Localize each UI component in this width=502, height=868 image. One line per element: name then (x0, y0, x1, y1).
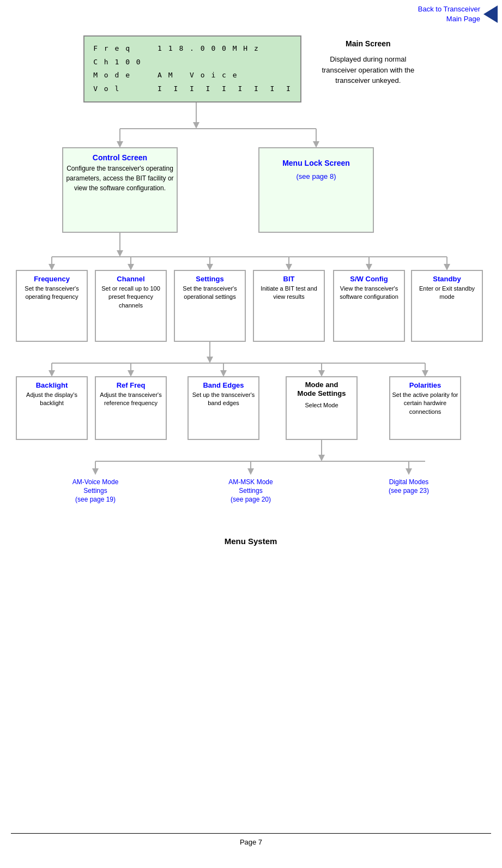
svg-text:AM-MSK Mode: AM-MSK Mode (228, 478, 273, 486)
svg-text:Settings: Settings (196, 275, 223, 283)
svg-marker-4 (117, 141, 123, 148)
back-arrow-icon (483, 5, 498, 23)
lcd-line2: C h 1 0 0 (93, 56, 292, 69)
lcd-line3: M o d e A M V o i c e (93, 69, 292, 82)
svg-marker-16 (49, 264, 55, 270)
svg-text:Frequency: Frequency (34, 275, 70, 283)
svg-text:(see page 23): (see page 23) (389, 487, 429, 495)
svg-marker-22 (286, 264, 292, 270)
svg-text:Channel: Channel (117, 275, 144, 283)
svg-text:Menu Lock Screen: Menu Lock Screen (282, 159, 350, 167)
main-screen-title: Main Screen (318, 38, 419, 50)
svg-text:Backlight: Backlight (36, 381, 68, 389)
main-screen-row: F r e q 1 1 8 . 0 0 0 M H z C h 1 0 0 M … (11, 35, 491, 103)
svg-text:AM-Voice Mode: AM-Voice Mode (72, 478, 119, 486)
svg-text:(see page 19): (see page 19) (75, 496, 116, 503)
svg-text:Control Screen: Control Screen (93, 153, 147, 162)
main-screen-description: Main Screen Displayed during normal tran… (318, 35, 419, 86)
svg-text:Ref Freq: Ref Freq (117, 381, 146, 389)
svg-text:(see page 8): (see page 8) (297, 172, 336, 180)
lcd-display: F r e q 1 1 8 . 0 0 0 M H z C h 1 0 0 M … (83, 35, 301, 103)
svg-marker-18 (128, 264, 134, 270)
lcd-line1: F r e q 1 1 8 . 0 0 0 M H z (93, 42, 292, 56)
svg-marker-20 (207, 264, 213, 270)
svg-marker-51 (422, 370, 428, 377)
main-screen-desc-text: Displayed during normal transceiver oper… (322, 55, 414, 85)
svg-text:Band Edges: Band Edges (203, 381, 244, 389)
svg-marker-47 (220, 370, 227, 377)
svg-marker-69 (247, 468, 254, 475)
svg-marker-1 (193, 122, 199, 129)
lcd-line4: V o l I I I I I I I I I (93, 82, 292, 96)
back-link-container[interactable]: Back to Transceiver Main Page (418, 4, 498, 24)
svg-text:(see page 20): (see page 20) (231, 496, 271, 503)
svg-text:Mode and: Mode and (305, 381, 338, 389)
svg-marker-43 (49, 370, 55, 377)
svg-marker-71 (406, 468, 412, 475)
svg-marker-64 (318, 455, 325, 461)
svg-marker-67 (92, 468, 99, 475)
page-number: Page 7 (240, 838, 262, 846)
svg-text:Settings: Settings (239, 487, 262, 495)
svg-marker-45 (128, 370, 134, 377)
svg-marker-24 (366, 264, 372, 270)
svg-marker-49 (318, 370, 325, 377)
svg-text:Mode Settings: Mode Settings (298, 389, 346, 397)
svg-text:Digital Modes: Digital Modes (389, 478, 429, 486)
svg-text:BIT: BIT (283, 275, 295, 283)
svg-marker-6 (313, 141, 319, 148)
svg-text:Menu System: Menu System (225, 537, 277, 546)
svg-marker-40 (207, 357, 213, 363)
svg-marker-13 (117, 250, 123, 257)
svg-text:Polarities: Polarities (409, 381, 441, 389)
back-link-text[interactable]: Back to Transceiver Main Page (418, 4, 480, 24)
diagram-svg: Control Screen Configure the transceiver… (11, 103, 491, 828)
svg-marker-26 (444, 264, 450, 270)
page-footer: Page 7 (11, 833, 491, 846)
svg-text:Settings: Settings (83, 487, 107, 495)
svg-text:S/W Config: S/W Config (350, 275, 388, 283)
svg-text:Standby: Standby (433, 275, 461, 283)
